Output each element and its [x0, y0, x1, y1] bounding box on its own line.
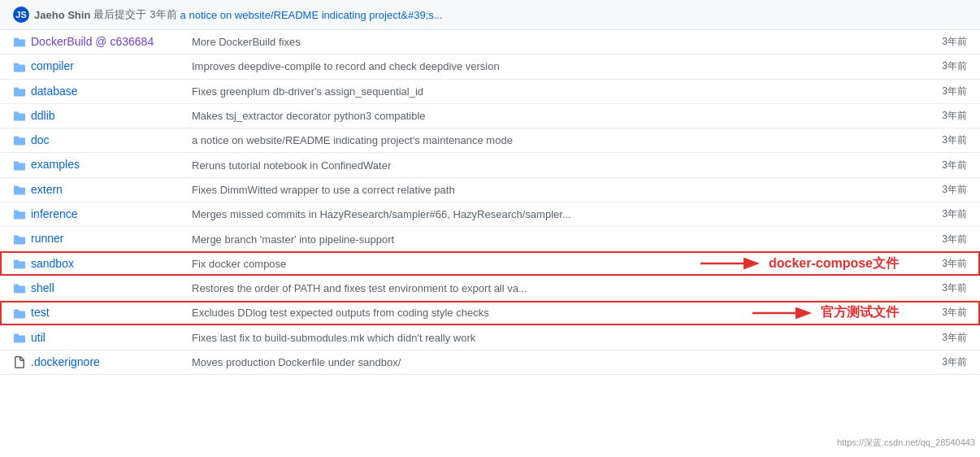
file-name-cell-extern: extern: [0, 177, 179, 202]
file-time-cell-inference: 3年前: [915, 202, 980, 227]
file-name-cell-inference: inference: [0, 202, 179, 227]
file-time-cell-examples: 3年前: [915, 153, 980, 177]
file-message-cell-dockerignore: Moves production Dockerfile under sandbo…: [179, 350, 915, 374]
file-message-cell-doc: a notice on website/README indicating pr…: [179, 128, 915, 153]
file-name-cell-runner: runner: [0, 227, 179, 251]
file-time-cell-util: 3年前: [915, 325, 980, 350]
table-row-runner: runnerMerge branch 'master' into pipelin…: [0, 227, 980, 251]
folder-icon: [13, 159, 26, 172]
file-message-cell-database: Fixes greenplum db-driver's assign_seque…: [179, 79, 915, 103]
file-time-cell-sandbox: 3年前: [915, 251, 980, 276]
file-time-cell-extern: 3年前: [915, 177, 980, 202]
file-link-compiler[interactable]: compiler: [31, 59, 74, 72]
author-name: Jaeho Shin: [34, 9, 90, 21]
repository-file-list: JS Jaeho Shin 最后提交于 3年前 a notice on webs…: [0, 0, 980, 375]
file-message-cell-util: Fixes last fix to build-submodules.mk wh…: [179, 325, 915, 350]
folder-icon: [13, 184, 26, 197]
file-link-dockerbuild[interactable]: DockerBuild @ c636684: [31, 35, 154, 48]
file-link-dockerignore[interactable]: .dockerignore: [31, 355, 100, 368]
file-link-extern[interactable]: extern: [31, 183, 63, 196]
file-time-cell-runner: 3年前: [915, 227, 980, 251]
table-row-dockerbuild: DockerBuild @ c636684More DockerBuild fi…: [0, 30, 980, 54]
file-name-cell-dockerbuild: DockerBuild @ c636684: [0, 30, 179, 54]
file-time-cell-database: 3年前: [915, 79, 980, 103]
file-table: DockerBuild @ c636684More DockerBuild fi…: [0, 30, 980, 375]
file-name-cell-test: test: [0, 301, 179, 325]
table-row-util: utilFixes last fix to build-submodules.m…: [0, 325, 980, 350]
file-message-cell-examples: Reruns tutorial notebook in ConfinedWate…: [179, 153, 915, 177]
file-name-cell-compiler: compiler: [0, 54, 179, 79]
table-row-doc: doca notice on website/README indicating…: [0, 128, 980, 153]
file-link-doc[interactable]: doc: [31, 133, 50, 146]
author-avatar: JS: [13, 7, 29, 23]
folder-icon: [13, 258, 26, 271]
file-message-cell-compiler: Improves deepdive-compile to record and …: [179, 54, 915, 79]
folder-icon: [13, 307, 26, 320]
table-row-sandbox: sandboxFix docker compose3年前: [0, 251, 980, 276]
commit-link[interactable]: a notice on website/README indicating pr…: [180, 9, 443, 21]
file-icon: [13, 356, 26, 369]
file-link-database[interactable]: database: [31, 85, 78, 98]
file-name-cell-util: util: [0, 325, 179, 350]
file-link-examples[interactable]: examples: [31, 158, 80, 171]
table-row-ddlib: ddlibMakes tsj_extractor decorator pytho…: [0, 103, 980, 128]
file-message-cell-runner: Merge branch 'master' into pipeline-supp…: [179, 227, 915, 251]
file-link-util[interactable]: util: [31, 331, 46, 344]
table-row-extern: externFixes DimmWitted wrapper to use a …: [0, 177, 980, 202]
file-link-runner[interactable]: runner: [31, 232, 63, 245]
file-name-cell-sandbox: sandbox: [0, 251, 179, 276]
file-message-cell-ddlib: Makes tsj_extractor decorator python3 co…: [179, 103, 915, 128]
file-name-cell-ddlib: ddlib: [0, 103, 179, 128]
file-link-inference[interactable]: inference: [31, 207, 78, 220]
file-time-cell-dockerignore: 3年前: [915, 350, 980, 374]
file-link-shell[interactable]: shell: [31, 281, 54, 294]
table-row-examples: examplesReruns tutorial notebook in Conf…: [0, 153, 980, 177]
file-name-cell-dockerignore: .dockerignore: [0, 350, 179, 374]
folder-icon: [13, 134, 26, 147]
submodule-icon: [13, 36, 26, 49]
table-row-inference: inferenceMerges missed commits in HazyRe…: [0, 202, 980, 227]
file-message-cell-test: Excludes DDlog test expected outputs fro…: [179, 301, 915, 325]
file-time-cell-doc: 3年前: [915, 128, 980, 153]
file-time-cell-test: 3年前: [915, 301, 980, 325]
file-message-cell-shell: Restores the order of PATH and fixes tes…: [179, 276, 915, 300]
file-message-cell-inference: Merges missed commits in HazyResearch/sa…: [179, 202, 915, 227]
file-name-cell-shell: shell: [0, 276, 179, 300]
file-message-cell-extern: Fixes DimmWitted wrapper to use a correc…: [179, 177, 915, 202]
file-time-cell-compiler: 3年前: [915, 54, 980, 79]
folder-icon: [13, 233, 26, 246]
file-link-test[interactable]: test: [31, 306, 50, 319]
folder-icon: [13, 61, 26, 74]
file-message-cell-dockerbuild: More DockerBuild fixes: [179, 30, 915, 54]
table-row-dockerignore: .dockerignoreMoves production Dockerfile…: [0, 350, 980, 374]
file-time-cell-ddlib: 3年前: [915, 103, 980, 128]
file-message-cell-sandbox: Fix docker compose: [179, 251, 915, 276]
file-name-cell-doc: doc: [0, 128, 179, 153]
file-table-container: DockerBuild @ c636684More DockerBuild fi…: [0, 30, 980, 375]
table-row-compiler: compilerImproves deepdive-compile to rec…: [0, 54, 980, 79]
table-row-shell: shellRestores the order of PATH and fixe…: [0, 276, 980, 300]
file-name-cell-database: database: [0, 79, 179, 103]
action-text: 最后提交于: [93, 7, 146, 22]
table-row-database: databaseFixes greenplum db-driver's assi…: [0, 79, 980, 103]
folder-icon: [13, 110, 26, 123]
folder-icon: [13, 85, 26, 98]
latest-commit-row: JS Jaeho Shin 最后提交于 3年前 a notice on webs…: [0, 0, 980, 30]
folder-icon: [13, 332, 26, 345]
file-time-cell-dockerbuild: 3年前: [915, 30, 980, 54]
folder-icon: [13, 208, 26, 221]
file-time-cell-shell: 3年前: [915, 276, 980, 300]
commit-time: 3年前: [150, 7, 176, 22]
file-link-ddlib[interactable]: ddlib: [31, 109, 55, 122]
folder-icon: [13, 282, 26, 295]
table-row-test: testExcludes DDlog test expected outputs…: [0, 301, 980, 325]
file-name-cell-examples: examples: [0, 153, 179, 177]
file-link-sandbox[interactable]: sandbox: [31, 257, 74, 270]
